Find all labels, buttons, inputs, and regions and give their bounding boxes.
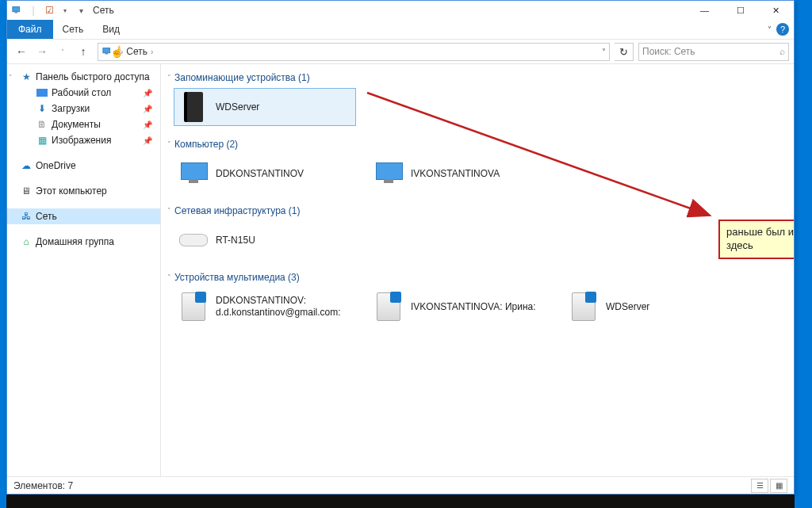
- pictures-icon: ▦: [36, 134, 48, 147]
- tab-network[interactable]: Сеть: [53, 20, 94, 39]
- body: ˅★Панель быстрого доступа Рабочий стол📌 …: [7, 64, 794, 476]
- download-icon: ⬇: [36, 102, 48, 115]
- pin-icon: 📌: [143, 89, 152, 97]
- annotation-callout: раньше был и здесь: [718, 220, 794, 259]
- tile-label: IVKONSTANTINOVA: Ирина:: [411, 301, 536, 313]
- svg-rect-0: [13, 7, 20, 12]
- nav-label: OneDrive: [36, 160, 76, 171]
- star-icon: ★: [20, 71, 33, 83]
- chevron-down-icon: ˅: [167, 74, 171, 82]
- maximize-button[interactable]: ☐: [722, 1, 758, 20]
- back-button[interactable]: ←: [12, 42, 31, 61]
- view-details-button[interactable]: ☰: [751, 479, 768, 493]
- file-tab[interactable]: Файл: [7, 20, 53, 39]
- window-controls: — ☐ ✕: [687, 1, 794, 20]
- recent-locations-icon[interactable]: ˅: [53, 42, 72, 61]
- search-box[interactable]: ⌕: [638, 43, 789, 61]
- help-icon[interactable]: ?: [776, 23, 789, 36]
- refresh-button[interactable]: ↻: [615, 43, 634, 61]
- desktop-icon: [36, 86, 48, 99]
- group-header-media[interactable]: ˅Устройства мультимедиа (3): [167, 269, 787, 286]
- pc-icon: 🖥: [20, 185, 33, 197]
- nav-label: Панель быстрого доступа: [36, 71, 150, 82]
- breadcrumb-separator: ›: [121, 48, 123, 56]
- nav-label: Этот компьютер: [36, 185, 107, 197]
- group-title: Компьютер (2): [174, 139, 238, 150]
- taskbar: [6, 495, 795, 508]
- router-icon: [178, 224, 209, 256]
- group-header-computer[interactable]: ˅Компьютер (2): [167, 136, 787, 153]
- content-pane: ˅Запоминающие устройства (1) WDServer ˅К…: [161, 64, 794, 476]
- group-computer: ˅Компьютер (2) DDKONSTANTINOV IVKONSTANT…: [167, 136, 787, 199]
- tile-label: WDServer: [606, 301, 649, 313]
- nav-documents[interactable]: 🗎Документы📌: [7, 116, 160, 132]
- network-icon: 🖧: [20, 210, 33, 223]
- storage-icon: [178, 91, 209, 123]
- nav-pictures[interactable]: ▦Изображения📌: [7, 132, 160, 148]
- nav-desktop[interactable]: Рабочий стол📌: [7, 85, 160, 101]
- svg-rect-3: [105, 53, 109, 55]
- chevron-down-icon[interactable]: ˅: [9, 74, 12, 81]
- group-title: Устройства мультимедиа (3): [174, 272, 300, 283]
- address-bar[interactable]: › Сеть › ˅: [98, 43, 610, 61]
- group-title: Запоминающие устройства (1): [174, 72, 310, 83]
- search-icon[interactable]: ⌕: [779, 46, 785, 57]
- group-header-storage[interactable]: ˅Запоминающие устройства (1): [167, 69, 787, 86]
- nav-label: Сеть: [36, 211, 57, 222]
- computer-icon: [373, 158, 404, 189]
- breadcrumb-separator[interactable]: ›: [151, 48, 153, 56]
- tile-media-iv[interactable]: IVKONSTANTINOVA: Ирина:: [369, 288, 551, 326]
- chevron-down-icon: ˅: [167, 207, 171, 215]
- document-icon: 🗎: [36, 118, 48, 131]
- pin-icon: 📌: [143, 120, 152, 129]
- quick-access-toolbar: | ☑ ▾ ▾: [7, 3, 88, 17]
- view-tiles-button[interactable]: ▦: [770, 479, 787, 493]
- pin-icon: 📌: [143, 105, 152, 113]
- ribbon-expand-icon[interactable]: ˅: [768, 25, 772, 34]
- qat-customize-icon[interactable]: ▾: [74, 3, 88, 17]
- tile-label: WDServer: [216, 101, 259, 113]
- media-device-icon: [178, 291, 209, 323]
- tile-media-dd[interactable]: DDKONSTANTINOV: d.d.konstantinov@gmail.c…: [174, 288, 356, 326]
- nav-homegroup[interactable]: ⌂Домашняя группа: [7, 234, 160, 250]
- annotation-text: раньше был и здесь: [726, 226, 794, 251]
- tile-ddkonstantinov[interactable]: DDKONSTANTINOV: [174, 155, 356, 193]
- address-dropdown-icon[interactable]: ˅: [602, 48, 606, 56]
- network-icon: [102, 45, 114, 58]
- title-bar: | ☑ ▾ ▾ Сеть — ☐ ✕: [7, 1, 794, 20]
- minimize-button[interactable]: —: [687, 1, 722, 20]
- tile-wdserver-storage[interactable]: WDServer: [174, 88, 356, 126]
- media-device-icon: [568, 291, 599, 323]
- properties-icon[interactable]: ☑: [42, 3, 56, 17]
- nav-network[interactable]: 🖧Сеть: [7, 208, 160, 224]
- separator-icon: |: [26, 3, 40, 17]
- tile-label: IVKONSTANTINOVA: [411, 168, 500, 180]
- nav-label: Рабочий стол: [52, 87, 111, 98]
- up-button[interactable]: ↑: [74, 42, 93, 61]
- nav-quick-access[interactable]: ˅★Панель быстрого доступа: [7, 69, 160, 85]
- ribbon-tabs: Файл Сеть Вид ˅ ?: [7, 20, 794, 39]
- chevron-down-icon: ˅: [167, 273, 171, 281]
- group-title: Сетевая инфраструктура (1): [174, 205, 301, 216]
- tile-media-wd[interactable]: WDServer: [564, 288, 746, 326]
- nav-downloads[interactable]: ⬇Загрузки📌: [7, 101, 160, 116]
- close-button[interactable]: ✕: [758, 1, 794, 20]
- tab-view[interactable]: Вид: [93, 20, 129, 39]
- nav-this-pc[interactable]: 🖥Этот компьютер: [7, 183, 160, 199]
- nav-onedrive[interactable]: ☁OneDrive: [7, 158, 160, 174]
- navigation-pane: ˅★Панель быстрого доступа Рабочий стол📌 …: [7, 64, 161, 476]
- tile-label: DDKONSTANTINOV: d.d.konstantinov@gmail.c…: [216, 295, 352, 319]
- navigation-row: ← → ˅ ↑ › Сеть › ˅ ↻ ⌕: [7, 39, 794, 64]
- network-icon: [10, 3, 25, 17]
- tile-router[interactable]: RT-N15U: [174, 221, 356, 259]
- search-input[interactable]: [642, 46, 779, 57]
- breadcrumb-network[interactable]: Сеть: [126, 46, 147, 57]
- chevron-down-icon: ˅: [167, 140, 171, 148]
- group-media: ˅Устройства мультимедиа (3) DDKONSTANTIN…: [167, 269, 787, 332]
- nav-label: Домашняя группа: [36, 236, 114, 247]
- pin-icon: 📌: [143, 136, 152, 145]
- forward-button[interactable]: →: [33, 42, 52, 61]
- group-header-infrastructure[interactable]: ˅Сетевая инфраструктура (1): [167, 202, 787, 220]
- qat-dropdown-icon[interactable]: ▾: [58, 3, 72, 17]
- tile-ivkonstantinova[interactable]: IVKONSTANTINOVA: [369, 155, 551, 193]
